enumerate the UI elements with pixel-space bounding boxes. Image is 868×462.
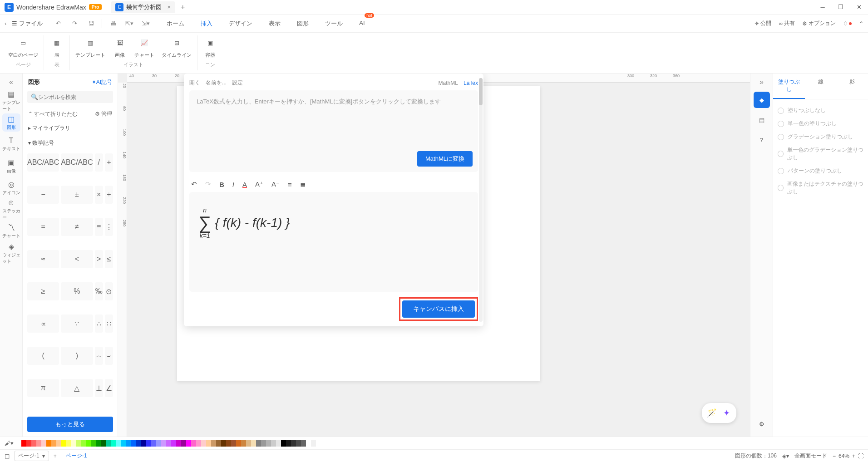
magic-wand-button[interactable]: 🪄 bbox=[705, 406, 719, 420]
font-color-icon[interactable]: A bbox=[242, 181, 247, 188]
layers-icon[interactable]: ◈▾ bbox=[782, 453, 789, 459]
tab-insert[interactable]: 挿入 bbox=[197, 18, 216, 29]
add-page-button[interactable]: + bbox=[54, 453, 57, 459]
collapse-right-button[interactable]: » bbox=[760, 78, 764, 86]
color-swatch[interactable] bbox=[216, 440, 221, 447]
color-swatch[interactable] bbox=[251, 440, 256, 447]
page-selector[interactable]: ページ-1 ▾ bbox=[14, 451, 49, 461]
tab-line[interactable]: 線 bbox=[805, 74, 837, 99]
shape-symbol[interactable]: < bbox=[61, 250, 93, 268]
color-swatch[interactable] bbox=[246, 440, 251, 447]
color-swatch[interactable] bbox=[226, 440, 231, 447]
color-swatch[interactable] bbox=[96, 440, 101, 447]
color-swatch[interactable] bbox=[256, 440, 261, 447]
shape-symbol[interactable]: ⊙ bbox=[105, 282, 113, 300]
color-swatch[interactable] bbox=[36, 440, 41, 447]
color-swatch[interactable] bbox=[111, 440, 116, 447]
color-swatch[interactable] bbox=[66, 440, 71, 447]
color-swatch[interactable] bbox=[166, 440, 171, 447]
shape-symbol[interactable]: ≤ bbox=[105, 250, 113, 268]
close-tab-icon[interactable]: × bbox=[167, 4, 171, 10]
add-tab-button[interactable]: + bbox=[181, 3, 185, 11]
fill-gradient[interactable]: グラデーション塗りつぶし bbox=[778, 130, 863, 143]
color-swatch[interactable] bbox=[186, 440, 191, 447]
color-swatch[interactable] bbox=[81, 440, 86, 447]
publish-button[interactable]: ✈公開 bbox=[755, 20, 771, 27]
shape-symbol[interactable]: ABC/ABC bbox=[61, 153, 93, 172]
nav-text[interactable]: Tテキスト bbox=[2, 135, 20, 153]
tab-shape[interactable]: 図形 bbox=[293, 18, 312, 29]
color-swatch[interactable] bbox=[201, 440, 206, 447]
minimize-button[interactable]: ─ bbox=[814, 0, 832, 15]
shape-symbol[interactable]: π bbox=[27, 379, 59, 397]
nav-image[interactable]: ▣画像 bbox=[2, 157, 20, 175]
color-swatch[interactable] bbox=[271, 440, 276, 447]
fill-texture[interactable]: 画像またはテクスチャの塗りつぶし bbox=[778, 177, 863, 198]
tab-tool[interactable]: ツール bbox=[321, 18, 346, 29]
shape-symbol[interactable]: ≥ bbox=[27, 282, 59, 300]
color-swatch[interactable] bbox=[146, 440, 151, 447]
undo-icon[interactable]: ↶ bbox=[191, 180, 197, 188]
template-button[interactable]: ▥テンプレート bbox=[75, 35, 105, 59]
timeline-button[interactable]: ⊟タイムライン bbox=[162, 35, 192, 59]
shape-symbol[interactable]: / bbox=[95, 153, 103, 172]
color-swatch[interactable] bbox=[31, 440, 36, 447]
tab-latex[interactable]: LaTex bbox=[464, 80, 478, 86]
image-button[interactable]: 🖼画像 bbox=[113, 35, 127, 59]
color-swatch[interactable] bbox=[141, 440, 146, 447]
redo-icon[interactable]: ↷ bbox=[205, 180, 211, 188]
color-swatch[interactable] bbox=[46, 440, 51, 447]
color-swatch[interactable] bbox=[276, 440, 281, 447]
color-swatch[interactable] bbox=[206, 440, 211, 447]
color-swatch[interactable] bbox=[86, 440, 91, 447]
collapse-ribbon-button[interactable]: ⌃ bbox=[859, 20, 863, 27]
rnav-help[interactable]: ? bbox=[754, 132, 770, 148]
color-swatch[interactable] bbox=[171, 440, 176, 447]
zoom-in-button[interactable]: + bbox=[852, 453, 855, 459]
tab-mathml[interactable]: MathML bbox=[439, 80, 458, 86]
color-swatch[interactable] bbox=[306, 440, 311, 447]
color-swatch[interactable] bbox=[21, 440, 26, 447]
color-swatch[interactable] bbox=[56, 440, 61, 447]
color-swatch[interactable] bbox=[41, 440, 46, 447]
color-swatch[interactable] bbox=[61, 440, 66, 447]
shape-symbol[interactable]: △ bbox=[61, 379, 93, 397]
dropper-icon[interactable]: 🖌▾ bbox=[5, 440, 14, 447]
convert-mathml-button[interactable]: MathMLに変換 bbox=[417, 151, 473, 167]
color-swatch[interactable] bbox=[51, 440, 56, 447]
modal-open[interactable]: 開く bbox=[189, 79, 200, 87]
color-swatch[interactable] bbox=[101, 440, 106, 447]
blank-page-button[interactable]: ▭ 空白のページ bbox=[8, 35, 38, 59]
fill-none[interactable]: 塗りつぶしなし bbox=[778, 104, 863, 117]
shape-symbol[interactable]: ÷ bbox=[105, 186, 113, 204]
formula-preview[interactable]: n ∑ k=1 { f(k) - f(k-1) } bbox=[189, 192, 478, 292]
shape-symbol[interactable]: % bbox=[61, 282, 93, 300]
tab-fill[interactable]: 塗りつぶし bbox=[773, 74, 805, 99]
sparkle-button[interactable]: ✦ bbox=[719, 406, 734, 420]
color-swatch[interactable] bbox=[26, 440, 31, 447]
search-box[interactable]: 🔍 bbox=[27, 91, 113, 103]
modal-save-as[interactable]: 名前を... bbox=[206, 79, 227, 87]
undo-button[interactable]: ↶ bbox=[52, 17, 64, 30]
color-swatch[interactable] bbox=[291, 440, 296, 447]
color-swatch[interactable] bbox=[136, 440, 141, 447]
font-increase-icon[interactable]: A⁺ bbox=[255, 180, 263, 188]
nav-widget[interactable]: ◈ウィジェット bbox=[2, 244, 20, 262]
section-math[interactable]: ▾ 数学記号 bbox=[23, 136, 118, 151]
shape-symbol[interactable]: ⋮ bbox=[105, 218, 113, 236]
color-swatch[interactable] bbox=[236, 440, 241, 447]
align-left-icon[interactable]: ≡ bbox=[288, 181, 292, 188]
ai-symbol-button[interactable]: ✦ AI記号 bbox=[92, 79, 112, 86]
sidebar-toggle-icon[interactable]: ◫ bbox=[5, 453, 10, 459]
chart-button[interactable]: 📈チャート bbox=[134, 35, 154, 59]
shape-symbol[interactable]: ∷ bbox=[105, 315, 113, 333]
fill-solid-gradient[interactable]: 単一色のグラデーション塗りつぶし bbox=[778, 143, 863, 164]
document-tab[interactable]: E 幾何学分析図 × bbox=[111, 1, 175, 13]
redo-button[interactable]: ↷ bbox=[68, 17, 81, 30]
fill-pattern[interactable]: パターンの塗りつぶし bbox=[778, 164, 863, 177]
color-swatch[interactable] bbox=[311, 440, 316, 447]
shape-symbol[interactable]: ) bbox=[61, 347, 93, 365]
table-button[interactable]: ▦ 表 bbox=[49, 35, 64, 59]
modal-settings[interactable]: 設定 bbox=[232, 79, 243, 87]
collapse-left-button[interactable]: « bbox=[9, 78, 13, 86]
